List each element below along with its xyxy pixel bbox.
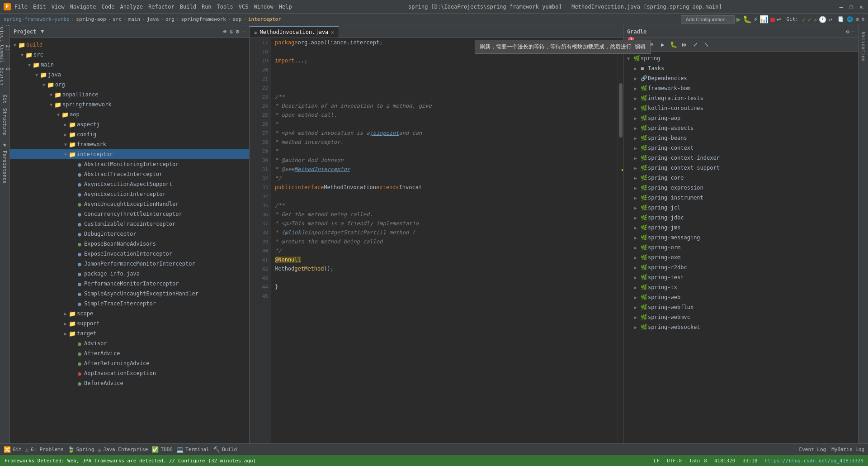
layout-icon[interactable]: ⊞ (856, 16, 859, 22)
menu-run[interactable]: Run (202, 4, 212, 10)
stop-button[interactable]: ■ (770, 15, 775, 24)
breadcrumb-org[interactable]: org (165, 16, 175, 22)
tree-item-springframework[interactable]: ▼📁springframework (10, 100, 249, 109)
menu-view[interactable]: View (52, 4, 65, 10)
status-build[interactable]: 🔨 Build (213, 446, 237, 453)
git-revert-icon[interactable]: ↩ (828, 16, 832, 23)
gradle-item-kotlin-coroutines[interactable]: ▶🌿kotlin-coroutines (623, 103, 858, 113)
gradle-item-spring-test[interactable]: ▶🌿spring-test (623, 272, 858, 282)
gradle-item-spring-instrument[interactable]: ▶🌿spring-instrument (623, 193, 858, 203)
menu-navigate[interactable]: Navigate (70, 4, 96, 10)
gradle-item-spring-aop[interactable]: ▶🌿spring-aop (623, 113, 858, 123)
gradle-item-spring-r2dbc[interactable]: ▶🌿spring-r2dbc (623, 262, 858, 272)
status-java-enterprise[interactable]: ☕ Java Enterprise (98, 446, 148, 453)
tree-item-scope[interactable]: ▶📁scope (10, 309, 249, 319)
gradle-item-spring-jms[interactable]: ▶🌿spring-jms (623, 223, 858, 233)
minimize-button[interactable]: — (838, 4, 844, 10)
gradle-item-spring-context-support[interactable]: ▶🌿spring-context-support (623, 163, 858, 173)
tree-item-target[interactable]: ▶📁target (10, 328, 249, 338)
tree-item-beforeadvice[interactable]: ●BeforeAdvice (10, 378, 249, 388)
tree-item-org[interactable]: ▼📁org (10, 80, 249, 90)
editor-tab-methodinvocation[interactable]: ☕ MethodInvocation.java ✕ (250, 26, 339, 38)
gradle-item-dependencies[interactable]: ▶🔗Dependencies (623, 73, 858, 83)
settings-icon[interactable]: ⚙ (861, 16, 864, 22)
status-git[interactable]: 🔀 Git (4, 446, 22, 453)
menu-window[interactable]: Window (254, 4, 273, 10)
breadcrumb-root[interactable]: spring-framework-yumbo (4, 16, 70, 22)
sidebar-favorites-icon[interactable]: ★ (1, 140, 9, 148)
gradle-item-spring-jdbc[interactable]: ▶🌿spring-jdbc (623, 213, 858, 223)
breadcrumb-aop[interactable]: spring-aop (76, 16, 106, 22)
tree-item-aspectj[interactable]: ▶📁aspectj (10, 119, 249, 129)
gear-icon[interactable]: ⚙ (236, 28, 239, 35)
indent-indicator[interactable]: Tab: 8 (689, 458, 707, 464)
tree-item-afterreturningadvice[interactable]: ●AfterReturningAdvice (10, 358, 249, 368)
gradle-item-spring-expression[interactable]: ▶🌿spring-expression (623, 183, 858, 193)
sidebar-git-icon[interactable]: Git (1, 95, 9, 103)
git-check-icon[interactable]: ✓ (802, 16, 806, 23)
gradle-item-spring-webmvc[interactable]: ▶🌿spring-webmvc (623, 312, 858, 322)
gradle-minimize-icon[interactable]: — (851, 29, 854, 35)
scrollbar-thumb[interactable] (619, 83, 623, 138)
status-spring[interactable]: 🍃 Spring (67, 446, 94, 453)
gradle-item-framework-bom[interactable]: ▶🌿framework-bom (623, 83, 858, 93)
breadcrumb-interceptor[interactable]: interceptor (248, 16, 281, 22)
event-log-link[interactable]: Event Log (799, 447, 826, 452)
minimize-panel-icon[interactable]: — (242, 28, 245, 35)
tree-item-main[interactable]: ▼📁main (10, 60, 249, 70)
gradle-item-spring-jcl[interactable]: ▶🌿spring-jcl (623, 203, 858, 213)
line-ending-indicator[interactable]: LF (654, 458, 660, 464)
tree-item-aop[interactable]: ▼📁aop (10, 109, 249, 119)
gradle-run-button[interactable]: ▶ (658, 40, 668, 50)
tree-item-advisor[interactable]: ●Advisor (10, 338, 249, 348)
tree-item-performancemonitorinterceptor[interactable]: ●PerformanceMonitorInterceptor (10, 279, 249, 289)
breadcrumb-aop2[interactable]: aop (232, 16, 241, 22)
rerun-button[interactable]: ↩ (777, 15, 781, 24)
gradle-item-spring-core[interactable]: ▶🌿spring-core (623, 173, 858, 183)
gradle-skip-button[interactable]: ⏭ (679, 40, 689, 50)
sidebar-validation-icon[interactable]: Validation (860, 32, 866, 63)
run-with-coverage[interactable]: ⚡ (754, 15, 758, 24)
gradle-item-spring[interactable]: ▼🌿spring (623, 53, 858, 63)
gradle-item-tasks[interactable]: ▶≡Tasks (623, 63, 858, 73)
gradle-item-spring-context-indexer[interactable]: ▶🌿spring-context-indexer (623, 153, 858, 163)
status-problems[interactable]: ⚠ 6: Problems (25, 446, 64, 453)
gradle-item-spring-webflux[interactable]: ▶🌿spring-webflux (623, 302, 858, 312)
gradle-item-spring-websocket[interactable]: ▶🌿spring-websocket (623, 322, 858, 332)
tree-item-framework[interactable]: ▼📁framework (10, 139, 249, 149)
tree-item-interceptor[interactable]: ▼📁interceptor (10, 149, 249, 159)
tree-item-jamonperformancemonitorinterceptor[interactable]: ●JamonPerformanceMonitorInterceptor (10, 259, 249, 269)
tree-item-exposebeannameadvisors[interactable]: ●ExposeBeanNameAdvisors (10, 239, 249, 249)
tree-item-abstractmonitoringinterceptor[interactable]: ●AbstractMonitoringInterceptor (10, 159, 249, 169)
gradle-item-spring-web[interactable]: ▶🌿spring-web (623, 292, 858, 302)
translate-icon[interactable]: 🌐 (847, 16, 853, 22)
status-terminal[interactable]: 💻 Terminal (176, 446, 209, 453)
menu-analyze[interactable]: Analyze (120, 4, 143, 10)
menu-vcs[interactable]: VCS (239, 4, 249, 10)
gradle-item-spring-oxm[interactable]: ▶🌿spring-oxm (623, 252, 858, 262)
debug-button[interactable]: 🐛 (743, 15, 752, 24)
run-button[interactable]: ▶ (736, 15, 741, 24)
sidebar-commit-icon[interactable]: 2: Commit (1, 50, 9, 58)
tree-item-asyncexecutioninterceptor[interactable]: ●AsyncExecutionInterceptor (10, 189, 249, 199)
gradle-settings-icon[interactable]: ⚙ (846, 29, 849, 35)
sidebar-project-icon[interactable]: 1: Project (1, 27, 9, 35)
tree-item-config[interactable]: ▶📁config (10, 129, 249, 139)
menu-refactor[interactable]: Refactor (148, 4, 175, 10)
status-todo[interactable]: ✅ TODO (151, 446, 173, 453)
tree-item-debuginterceptor[interactable]: ●DebugInterceptor (10, 229, 249, 239)
gradle-item-spring-messaging[interactable]: ▶🌿spring-messaging (623, 233, 858, 243)
git-history-icon[interactable]: 🕐 (819, 16, 826, 23)
profile-button[interactable]: 📊 (760, 15, 769, 24)
menu-build[interactable]: Build (180, 4, 196, 10)
tree-item-afteradvice[interactable]: ●AfterAdvice (10, 348, 249, 358)
git-arrow-icon[interactable]: ↗ (813, 16, 817, 23)
maximize-button[interactable]: ❐ (848, 4, 854, 10)
tab-close-button[interactable]: ✕ (331, 29, 334, 35)
add-icon[interactable]: ⊕ (223, 28, 227, 35)
breadcrumb-src[interactable]: src (113, 16, 122, 22)
tree-item-simpletraceinterceptor[interactable]: ●SimpleTraceInterceptor (10, 299, 249, 309)
tree-item-build[interactable]: ▼📁build (10, 40, 249, 50)
url-link[interactable]: https://blog.csdn.net/qq_41813329 (764, 458, 863, 464)
breadcrumb-main[interactable]: main (128, 16, 141, 22)
